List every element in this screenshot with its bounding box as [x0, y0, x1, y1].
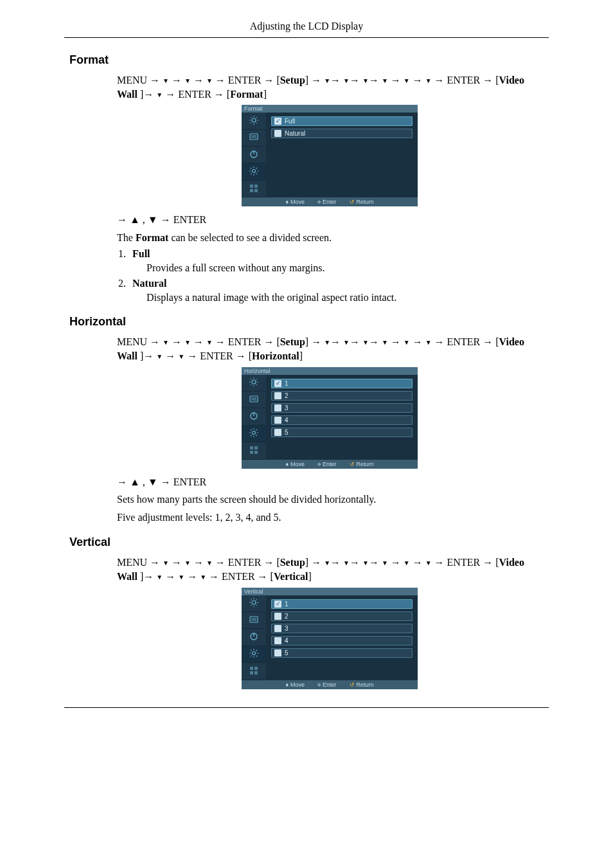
triangle-down-icon	[425, 335, 432, 349]
osd-option-label: 4	[285, 417, 289, 424]
osd-option-row[interactable]: 5	[271, 648, 413, 658]
brightness-icon	[249, 115, 259, 127]
triangle-down-icon	[178, 349, 184, 363]
return-icon: ↺	[350, 682, 355, 688]
osd-sidebar-item[interactable]	[242, 392, 266, 408]
triangle-down-icon	[404, 556, 410, 570]
text-bold: Format	[136, 232, 169, 243]
osd-sidebar-item[interactable]	[242, 629, 266, 646]
triangle-down-icon	[343, 73, 350, 87]
triangle-down-icon	[425, 556, 432, 570]
enter-icon: ⎆	[317, 461, 321, 467]
osd-option-row[interactable]: 4	[271, 415, 413, 425]
osd-sidebar	[242, 595, 266, 680]
osd-option-label: 1	[285, 380, 289, 387]
triangle-down-icon	[184, 73, 191, 87]
osd-option-row[interactable]: ✓1	[271, 379, 413, 388]
nav-sequence-vertical: MENU → → → → ENTER → [Setup] → → → → → →…	[117, 556, 542, 583]
footer-rule	[64, 707, 549, 708]
osd-option-label: 1	[285, 601, 289, 608]
screen-icon	[249, 394, 259, 406]
format-intro: The Format can be selected to see a divi…	[117, 231, 542, 245]
osd-panel: Vertical✓12345♦ Move⎆ Enter↺ Return	[242, 588, 418, 689]
osd-option-row[interactable]: 5	[271, 428, 413, 437]
osd-option-row[interactable]: 3	[271, 403, 413, 413]
osd-panel: Format✓FullNatural♦ Move⎆ Enter↺ Return	[242, 105, 418, 206]
triangle-down-icon	[156, 570, 163, 584]
screen-icon	[249, 132, 259, 143]
osd-footer-return: ↺ Return	[350, 682, 374, 688]
checkbox-icon	[274, 637, 281, 644]
osd-sidebar-item[interactable]	[242, 130, 266, 147]
brightness-icon	[249, 597, 259, 609]
triangle-down-icon	[382, 335, 388, 349]
triangle-down-icon	[362, 73, 369, 87]
checkbox-icon: ✓	[274, 118, 281, 125]
osd-option-label: 4	[285, 637, 289, 644]
section-body-horizontal: MENU → → → → ENTER → [Setup] → → → → → →…	[117, 335, 542, 524]
power-icon	[249, 631, 259, 643]
osd-option-row[interactable]: 4	[271, 636, 413, 646]
updown-icon: ♦	[285, 461, 289, 467]
nav-sequence-format: MENU → → → → ENTER → [Setup] → → → → → →…	[117, 73, 542, 101]
osd-sidebar	[242, 113, 266, 197]
osd-option-row[interactable]: 2	[271, 391, 413, 401]
osd-sidebar-item[interactable]	[242, 408, 266, 425]
brightness-icon	[249, 377, 259, 388]
osd-options-panel: ✓FullNatural	[266, 113, 418, 197]
osd-sidebar-item[interactable]	[242, 595, 266, 612]
triangle-down-icon	[200, 570, 206, 584]
osd-sidebar-item[interactable]	[242, 163, 266, 180]
osd-footer: ♦ Move⎆ Enter↺ Return	[242, 680, 418, 689]
osd-footer-move: ♦ Move	[285, 199, 305, 205]
osd-body: ✓12345	[242, 595, 418, 680]
return-icon: ↺	[350, 461, 355, 467]
triangle-down-icon	[425, 73, 432, 87]
post-osd-nav-horizontal: → ▲ , ▼ → ENTER	[117, 475, 542, 489]
osd-sidebar-item[interactable]	[242, 426, 266, 442]
horizontal-line-1: Sets how many parts the screen should be…	[117, 493, 542, 507]
list-item-head: Natural	[132, 278, 166, 289]
list-item-desc: Displays a natural image with the origin…	[147, 292, 542, 303]
osd-option-row[interactable]: 2	[271, 611, 413, 621]
horizontal-line-2: Five adjustment levels: 1, 2, 3, 4, and …	[117, 511, 542, 525]
checkbox-icon	[274, 429, 281, 436]
content-column: Format MENU → → → → ENTER → [Setup] → → …	[0, 53, 613, 689]
osd-option-row[interactable]: 3	[271, 624, 413, 633]
osd-panel: Horizontal✓12345♦ Move⎆ Enter↺ Return	[242, 367, 418, 469]
triangle-down-icon	[163, 73, 169, 87]
multi-icon	[249, 445, 259, 457]
osd-option-label: 2	[285, 613, 289, 620]
osd-wrap-format: Format✓FullNatural♦ Move⎆ Enter↺ Return	[117, 105, 542, 206]
updown-icon: ♦	[285, 682, 289, 688]
osd-footer-enter: ⎆ Enter	[317, 461, 337, 467]
osd-sidebar-item[interactable]	[242, 375, 266, 392]
checkbox-icon: ✓	[274, 601, 281, 608]
running-header: Adjusting the LCD Display	[0, 21, 613, 35]
section-body-format: MENU → → → → ENTER → [Setup] → → → → → →…	[117, 73, 542, 303]
osd-sidebar-item[interactable]	[242, 181, 266, 197]
osd-option-row[interactable]: ✓Full	[271, 116, 413, 126]
checkbox-icon	[274, 404, 281, 411]
osd-option-row[interactable]: ✓1	[271, 599, 413, 609]
triangle-down-icon	[362, 556, 369, 570]
osd-option-label: 5	[285, 429, 289, 436]
osd-wrap-horizontal: Horizontal✓12345♦ Move⎆ Enter↺ Return	[117, 367, 542, 469]
section-heading-vertical: Vertical	[69, 536, 542, 549]
header-rule	[64, 37, 549, 38]
section-heading-format: Format	[69, 53, 542, 67]
osd-body: ✓12345	[242, 375, 418, 460]
osd-footer-enter: ⎆ Enter	[317, 199, 337, 205]
osd-sidebar-item[interactable]	[242, 612, 266, 629]
osd-sidebar-item[interactable]	[242, 147, 266, 163]
osd-sidebar-item[interactable]	[242, 646, 266, 663]
screen-icon	[249, 615, 259, 626]
page: Adjusting the LCD Display Format MENU → …	[0, 0, 613, 734]
osd-wrap-vertical: Vertical✓12345♦ Move⎆ Enter↺ Return	[117, 588, 542, 689]
osd-sidebar-item[interactable]	[242, 113, 266, 129]
osd-option-row[interactable]: Natural	[271, 129, 413, 138]
post-osd-nav-format: → ▲ , ▼ → ENTER	[117, 213, 542, 227]
osd-sidebar-item[interactable]	[242, 442, 266, 459]
osd-sidebar-item[interactable]	[242, 663, 266, 680]
power-icon	[249, 149, 259, 161]
